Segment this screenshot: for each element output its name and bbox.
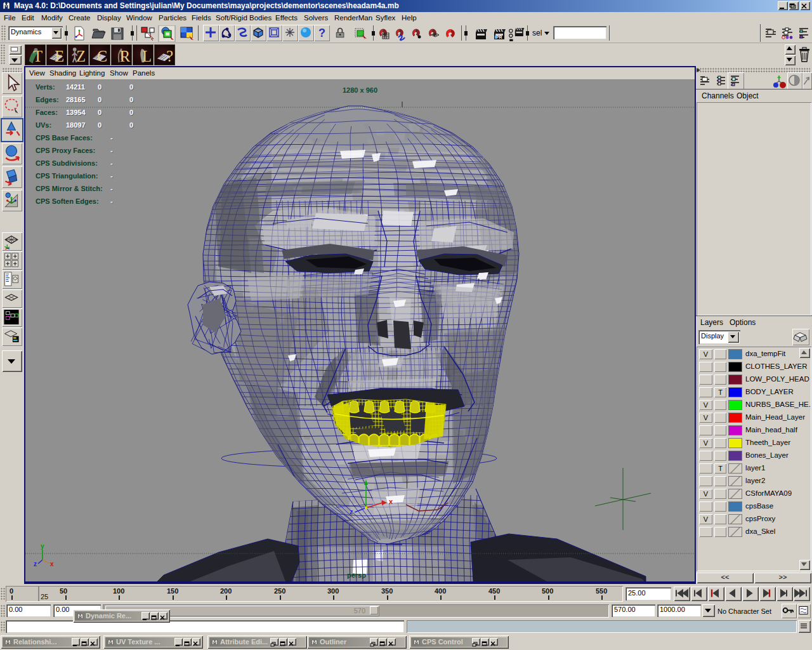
svg-text:persp: persp bbox=[347, 571, 366, 579]
svg-text:T: T bbox=[33, 48, 43, 65]
svg-text:L: L bbox=[142, 48, 152, 65]
svg-text:1280 x 960: 1280 x 960 bbox=[343, 86, 377, 94]
svg-text:R: R bbox=[120, 48, 131, 65]
svg-text:z: z bbox=[350, 508, 353, 515]
svg-text:Z: Z bbox=[76, 48, 86, 65]
svg-text:?: ? bbox=[166, 48, 173, 65]
svg-text:?: ? bbox=[318, 27, 325, 39]
svg-text:E: E bbox=[55, 48, 64, 65]
svg-text:z: z bbox=[34, 560, 37, 567]
svg-text:IPR: IPR bbox=[495, 35, 502, 39]
svg-text:y: y bbox=[41, 543, 44, 550]
svg-text:C: C bbox=[97, 48, 107, 65]
svg-text:x: x bbox=[50, 560, 54, 567]
svg-text:x: x bbox=[389, 498, 393, 505]
